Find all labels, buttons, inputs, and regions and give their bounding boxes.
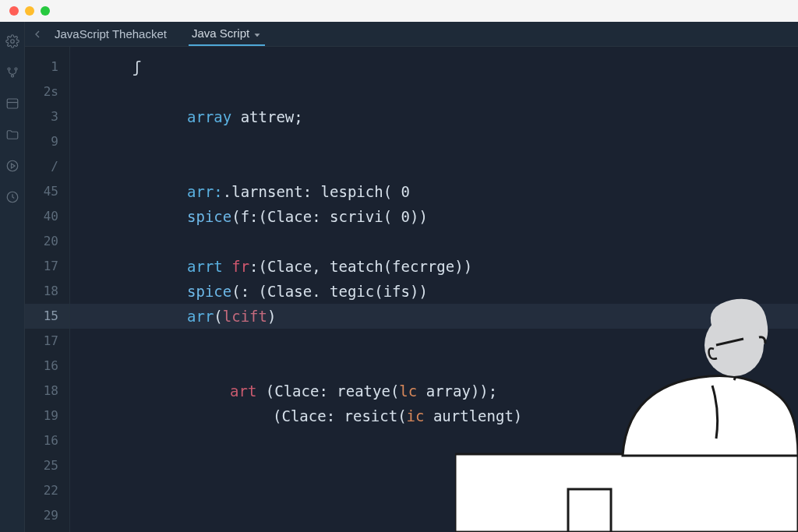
svg-point-0	[10, 40, 14, 44]
line-number: 16	[25, 428, 69, 453]
code-editor[interactable]: ʃarray attrew;arr:.larnsent: lespich( 0s…	[70, 47, 798, 532]
line-number: 17	[25, 254, 69, 279]
editor-window: JavaScript Thehacket Java Script 12s39/4…	[0, 22, 798, 532]
layout-icon[interactable]	[5, 97, 19, 111]
code-line[interactable]: arrt fr:(Clace, teatch(fecrrge))	[70, 254, 798, 279]
code-line[interactable]	[70, 354, 798, 379]
line-number: 18	[25, 379, 69, 403]
line-number: 29	[25, 503, 69, 528]
tab-javascript[interactable]: Java Script	[189, 22, 265, 46]
code-line[interactable]	[70, 478, 798, 503]
svg-point-3	[11, 75, 13, 77]
line-number: /	[25, 154, 69, 179]
svg-rect-4	[7, 99, 18, 108]
code-line[interactable]	[70, 528, 798, 532]
svg-marker-7	[255, 33, 260, 37]
line-number: 2s	[25, 79, 69, 104]
code-line[interactable]	[70, 329, 798, 354]
line-number: 15	[25, 304, 69, 329]
line-number-gutter: 12s39/454020171815171618191625222927	[25, 47, 70, 532]
code-line[interactable]	[70, 129, 798, 154]
line-number: 1	[25, 55, 69, 79]
code-line[interactable]	[70, 229, 798, 254]
line-number: 9	[25, 129, 69, 154]
line-number: 22	[25, 478, 69, 503]
code-line[interactable]: spice(f:(Clace: scrivi( 0))	[70, 204, 798, 229]
code-line[interactable]	[70, 79, 798, 104]
code-line[interactable]	[70, 428, 798, 453]
editor-body: 12s39/454020171815171618191625222927 ʃar…	[25, 47, 798, 532]
line-number: 17	[25, 329, 69, 354]
svg-point-1	[8, 68, 10, 70]
breadcrumb[interactable]: JavaScript Thehacket	[55, 27, 167, 41]
code-line[interactable]	[70, 453, 798, 478]
svg-point-2	[15, 68, 17, 70]
chevron-down-icon[interactable]	[252, 29, 262, 38]
svg-point-5	[7, 160, 18, 171]
tab-bar: JavaScript Thehacket Java Script	[25, 22, 798, 47]
code-line[interactable]: array attrew;	[70, 104, 798, 129]
code-line[interactable]: art (Clace: reatye(lc array));	[70, 379, 798, 403]
branch-icon[interactable]	[5, 65, 19, 79]
line-number: 20	[25, 229, 69, 254]
back-chevron-icon[interactable]	[31, 28, 44, 41]
minimize-window-icon[interactable]	[25, 6, 34, 16]
code-line[interactable]: arr:.larnsent: lespich( 0	[70, 179, 798, 204]
editor-main: JavaScript Thehacket Java Script 12s39/4…	[25, 22, 798, 532]
line-number: 45	[25, 179, 69, 204]
history-icon[interactable]	[5, 190, 19, 204]
line-number: 16	[25, 354, 69, 379]
code-line[interactable]	[70, 154, 798, 179]
line-number: 40	[25, 204, 69, 229]
code-line[interactable]	[70, 503, 798, 528]
tab-label: Java Script	[192, 26, 249, 40]
folder-icon[interactable]	[5, 128, 19, 142]
code-line[interactable]: ʃ	[70, 55, 798, 79]
settings-icon[interactable]	[5, 34, 19, 48]
code-line[interactable]: spice(: (Clase. tegic(ifs))	[70, 279, 798, 304]
activity-bar	[0, 22, 25, 532]
line-number: 3	[25, 104, 69, 129]
code-line[interactable]: (Clace: resict(ic aurtlengt)	[70, 403, 798, 428]
line-number: 18	[25, 279, 69, 304]
close-window-icon[interactable]	[9, 6, 19, 16]
debug-icon[interactable]	[5, 159, 19, 173]
maximize-window-icon[interactable]	[41, 6, 50, 16]
window-titlebar	[0, 0, 798, 22]
line-number: 25	[25, 453, 69, 478]
line-number: 27	[25, 528, 69, 532]
code-line[interactable]: arr(lcift)	[70, 304, 798, 329]
line-number: 19	[25, 403, 69, 428]
